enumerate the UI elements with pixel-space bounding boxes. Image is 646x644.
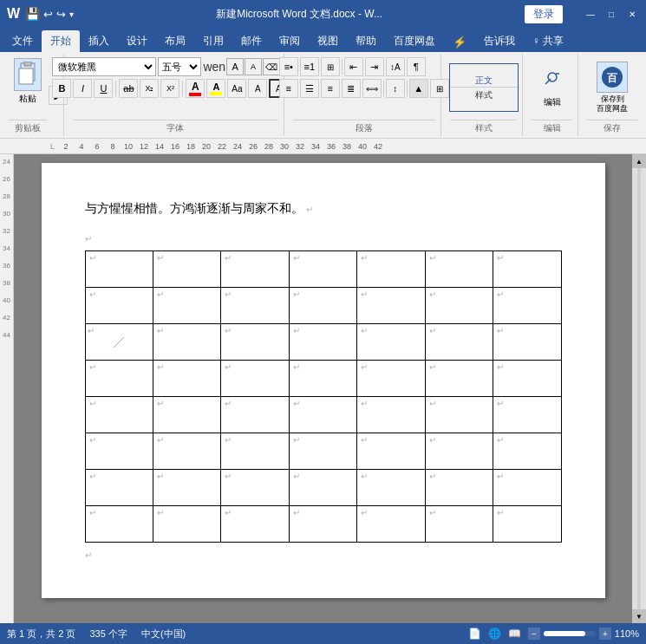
table-cell[interactable]: ↵ xyxy=(153,397,220,433)
table-cell[interactable]: ↵ xyxy=(493,433,561,470)
table-cell[interactable]: ↵ xyxy=(221,470,289,506)
table-cell[interactable]: ↵ xyxy=(85,324,153,361)
table-cell[interactable]: ↵ xyxy=(221,433,289,470)
scroll-track[interactable] xyxy=(637,168,641,609)
sort-button[interactable]: ↕A xyxy=(386,57,405,76)
tab-file[interactable]: 文件 xyxy=(3,30,42,52)
scroll-up-button[interactable]: ▲ xyxy=(632,154,646,168)
save-baidu-button[interactable]: 百 保存到百度网盘 xyxy=(586,62,638,114)
table-cell[interactable]: ↵ xyxy=(357,361,425,397)
table-cell[interactable]: ↵ xyxy=(289,433,356,470)
show-formatting-button[interactable]: ¶ xyxy=(407,57,426,76)
case-button[interactable]: Aa xyxy=(227,79,246,98)
justify-button[interactable]: ≣ xyxy=(342,79,361,98)
table-cell[interactable]: ↵ xyxy=(153,470,220,506)
decrease-indent-button[interactable]: ⇤ xyxy=(344,57,363,76)
increase-indent-button[interactable]: ⇥ xyxy=(365,57,384,76)
font-shrink-button[interactable]: A xyxy=(245,58,262,75)
tab-flash[interactable]: ⚡ xyxy=(444,32,475,52)
table-cell[interactable]: ↵ xyxy=(85,470,153,506)
editing-button[interactable]: 编辑 xyxy=(533,62,571,114)
table-cell[interactable]: ↵ xyxy=(493,397,561,433)
table-cell[interactable]: ↵ xyxy=(493,361,561,397)
tab-review[interactable]: 审阅 xyxy=(271,30,309,52)
zoom-slider[interactable] xyxy=(544,631,596,636)
tab-layout[interactable]: 布局 xyxy=(156,30,194,52)
table-cell[interactable]: ↵ xyxy=(153,361,220,397)
subscript-button[interactable]: X₂ xyxy=(140,79,159,98)
maximize-button[interactable]: □ xyxy=(604,7,618,21)
table-cell[interactable]: ↵ xyxy=(289,288,356,324)
zoom-out-button[interactable]: − xyxy=(528,628,540,640)
table-cell[interactable]: ↵ xyxy=(357,470,425,506)
tab-tellme[interactable]: 告诉我 xyxy=(475,30,524,52)
table-cell[interactable]: ↵ xyxy=(221,506,289,543)
style-gallery[interactable]: 正文 样式 xyxy=(449,63,519,112)
view-mode-web-icon[interactable]: 🌐 xyxy=(488,628,501,640)
table-cell[interactable]: ↵ xyxy=(85,251,153,288)
minimize-button[interactable]: — xyxy=(584,7,597,21)
table-cell[interactable]: ↵ xyxy=(357,251,425,288)
align-center-button[interactable]: ☰ xyxy=(300,79,319,98)
table-cell[interactable]: ↵ xyxy=(425,288,493,324)
tab-reference[interactable]: 引用 xyxy=(194,30,232,52)
table-cell[interactable]: ↵ xyxy=(493,470,561,506)
highlight-button[interactable]: A xyxy=(206,79,225,98)
table-cell[interactable]: ↵ xyxy=(493,251,561,288)
table-cell[interactable]: ↵ xyxy=(289,397,356,433)
table-cell[interactable]: ↵ xyxy=(221,251,289,288)
table-cell[interactable]: ↵ xyxy=(425,470,493,506)
table-cell[interactable]: ↵ xyxy=(85,361,153,397)
justify-dist-button[interactable]: ⟺ xyxy=(362,79,382,98)
table-cell[interactable]: ↵ xyxy=(425,506,493,543)
tab-insert[interactable]: 插入 xyxy=(80,30,118,52)
tab-share[interactable]: ♀ 共享 xyxy=(524,30,572,52)
bullets-button[interactable]: ≡• xyxy=(279,57,298,76)
shading-button[interactable]: ▲ xyxy=(409,79,428,98)
char-shading-button[interactable]: A xyxy=(248,79,267,98)
table-cell[interactable]: ↵ xyxy=(357,397,425,433)
quick-redo-icon[interactable]: ↪ xyxy=(56,8,66,21)
align-left-button[interactable]: ≡ xyxy=(279,79,298,98)
table-cell[interactable]: ↵ xyxy=(493,288,561,324)
close-button[interactable]: ✕ xyxy=(625,7,639,21)
document-area[interactable]: 与方惺惺相惜。方鸿渐逐渐与周家不和。 ↵ ↵ ↵ ↵ ↵ ↵ ↵ ↵ ↵ xyxy=(14,154,632,623)
table-cell[interactable]: ↵ xyxy=(153,433,220,470)
italic-button[interactable]: I xyxy=(73,79,92,98)
paste-button[interactable]: 粘贴 xyxy=(9,55,47,107)
table-cell[interactable]: ↵ xyxy=(221,324,289,361)
quick-undo-icon[interactable]: ↩ xyxy=(43,8,53,21)
table-cell[interactable]: ↵ xyxy=(425,397,493,433)
font-color-button[interactable]: A xyxy=(186,79,205,98)
superscript-button[interactable]: X² xyxy=(160,79,179,98)
table-cell[interactable]: ↵ xyxy=(425,433,493,470)
table-cell[interactable]: ↵ xyxy=(85,433,153,470)
table-cell[interactable]: ↵ xyxy=(85,288,153,324)
table-cell[interactable]: ↵ xyxy=(85,506,153,543)
table-cell[interactable]: ↵ xyxy=(357,433,425,470)
view-mode-print-icon[interactable]: 📄 xyxy=(468,628,481,640)
vertical-scrollbar[interactable]: ▲ ▼ xyxy=(632,154,646,623)
tab-baidu[interactable]: 百度网盘 xyxy=(385,30,444,52)
strikethrough-button[interactable]: ab xyxy=(119,79,138,98)
bold-button[interactable]: B xyxy=(52,79,71,98)
quick-save-icon[interactable]: 💾 xyxy=(25,7,40,21)
login-button[interactable]: 登录 xyxy=(525,5,563,23)
zoom-in-button[interactable]: + xyxy=(599,628,611,640)
table-cell[interactable]: ↵ xyxy=(357,324,425,361)
table-cell[interactable]: ↵ xyxy=(289,251,356,288)
table-cell[interactable]: ↵ xyxy=(357,288,425,324)
tab-view[interactable]: 视图 xyxy=(309,30,347,52)
line-spacing-button[interactable]: ↕ xyxy=(386,79,405,98)
table-cell[interactable]: ↵ xyxy=(289,324,356,361)
table-cell[interactable]: ↵ xyxy=(493,324,561,361)
font-name-select[interactable]: 微软雅黑 xyxy=(52,57,156,76)
multilevel-list-button[interactable]: ⊞ xyxy=(321,57,340,76)
table-cell[interactable]: ↵ xyxy=(289,506,356,543)
table-cell[interactable]: ↵ xyxy=(85,397,153,433)
align-right-button[interactable]: ≡ xyxy=(321,79,340,98)
table-cell[interactable]: ↵ xyxy=(289,361,356,397)
numbering-button[interactable]: ≡1 xyxy=(300,57,319,76)
table-cell[interactable]: ↵ xyxy=(221,361,289,397)
font-size-select[interactable]: 五号 xyxy=(158,57,201,76)
